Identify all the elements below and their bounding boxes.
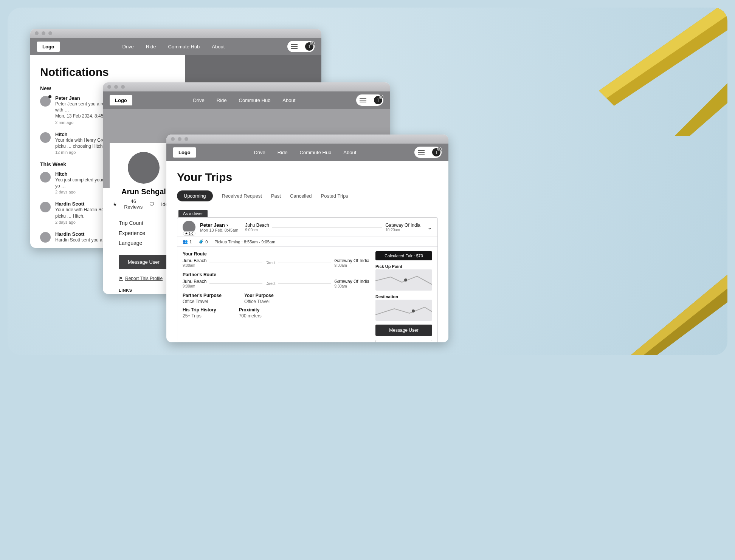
route-to-time: 9:30am xyxy=(334,284,369,288)
from-point: Juhu Beach xyxy=(245,223,269,228)
your-purpose: Office Travel xyxy=(244,299,274,304)
profile-name: Arun Sehgal xyxy=(119,187,169,196)
logo[interactable]: Logo xyxy=(110,95,132,105)
bag-count: 🧳0 xyxy=(198,239,208,244)
traffic-light-icon xyxy=(42,31,45,35)
traffic-light-icon xyxy=(35,31,39,35)
trip-card-driver: ★5.0 Peter Jean› Mon 13 Feb, 8:45am Juhu… xyxy=(177,217,438,342)
nav-link-ride[interactable]: Ride xyxy=(146,44,156,50)
avatar-icon xyxy=(40,172,51,183)
destination-map[interactable] xyxy=(375,300,432,321)
star-icon: ★ xyxy=(113,201,117,207)
message-user-button[interactable]: Message User xyxy=(119,255,169,269)
destination-label: Destination xyxy=(375,294,432,299)
trip-name[interactable]: Peter Jean› xyxy=(200,222,239,228)
to-time: 10:20am xyxy=(385,228,420,232)
message-user-button[interactable]: Message User xyxy=(375,325,432,336)
route-to-time: 9:30am xyxy=(334,263,369,268)
nav-link-drive[interactable]: Drive xyxy=(122,44,133,50)
nav-link-about[interactable]: About xyxy=(343,150,356,155)
account-pill[interactable]: T0 xyxy=(414,147,442,158)
nav-link-commute[interactable]: Commute Hub xyxy=(168,44,200,50)
role-driver-pill: As a driver xyxy=(178,210,208,217)
report-profile-link[interactable]: ⚑ Report This Profile xyxy=(119,276,169,281)
nav-link-drive[interactable]: Drive xyxy=(193,97,204,103)
trip-datetime: Mon 13 Feb, 8:45am xyxy=(200,228,239,232)
avatar-icon xyxy=(40,202,51,212)
partner-route-label: Partner's Route xyxy=(183,272,369,277)
nav-link-about[interactable]: About xyxy=(282,97,295,103)
account-pill[interactable]: T0 xyxy=(356,94,383,106)
nav-link-about[interactable]: About xyxy=(212,44,225,50)
svg-point-0 xyxy=(404,278,407,282)
traffic-light-icon xyxy=(107,85,111,89)
route-from: Juhu Beach xyxy=(183,279,206,284)
avatar-chip: T0 xyxy=(374,96,382,104)
chevron-down-icon[interactable]: ⌄ xyxy=(427,224,432,231)
route-to: Gateway Of India xyxy=(334,258,369,263)
menu-icon xyxy=(291,46,298,47)
shield-icon: 🛡 xyxy=(149,201,154,207)
to-point: Gateway Of India xyxy=(385,223,420,228)
window-titlebar xyxy=(30,29,321,38)
traffic-light-icon xyxy=(48,31,52,35)
tab-cancelled[interactable]: Cancelled xyxy=(290,193,312,199)
proximity: 700 meters xyxy=(239,313,262,319)
decorative-leaf-icon xyxy=(554,8,727,136)
page-title: Notifications xyxy=(40,66,175,79)
route-to: Gateway Of India xyxy=(334,279,369,284)
bag-icon: 🧳 xyxy=(198,239,204,244)
links-label: LINKS xyxy=(119,288,169,292)
profile-avatar xyxy=(128,152,160,184)
avatar-icon xyxy=(40,132,51,143)
menu-icon xyxy=(418,152,425,153)
route-line xyxy=(272,227,382,227)
calculated-fair: Calculated Fair : $70 xyxy=(375,251,432,260)
tab-received[interactable]: Received Request xyxy=(222,193,262,199)
nav-link-commute[interactable]: Commute Hub xyxy=(239,97,271,103)
tab-past[interactable]: Past xyxy=(271,193,281,199)
nav-link-drive[interactable]: Drive xyxy=(254,150,265,155)
fact-trip-count: Trip Count xyxy=(119,218,169,228)
people-count: 👥1 xyxy=(183,239,192,244)
people-icon: 👥 xyxy=(183,239,188,244)
traffic-light-icon xyxy=(185,137,188,141)
avatar-chip: T0 xyxy=(305,42,313,51)
nav-link-commute[interactable]: Commute Hub xyxy=(300,150,332,155)
rating-badge: ★5.0 xyxy=(183,231,195,236)
tab-upcoming[interactable]: Upcoming xyxy=(177,190,213,201)
window-titlebar xyxy=(166,135,448,144)
route-direct: Direct xyxy=(265,282,275,286)
route-from: Juhu Beach xyxy=(183,258,206,263)
nav-links: Drive Ride Commute Hub About xyxy=(193,97,295,103)
cancel-ride-button[interactable]: Cancel Ride↖ xyxy=(375,340,432,342)
pickup-label: Pick Up Point xyxy=(375,264,432,269)
nav-links: Drive Ride Commute Hub About xyxy=(254,150,356,155)
nav-link-ride[interactable]: Ride xyxy=(217,97,227,103)
chevron-right-icon: › xyxy=(226,222,228,228)
route-from-time: 9:00am xyxy=(183,284,206,288)
nav-link-ride[interactable]: Ride xyxy=(278,150,288,155)
tab-posted[interactable]: Posted Trips xyxy=(321,193,348,199)
profile-facts: Trip Count Experience Language xyxy=(119,218,169,248)
partner-purpose-label: Partner's Purpose xyxy=(183,293,222,298)
pickup-map[interactable] xyxy=(375,269,432,291)
decorative-leaf-icon xyxy=(599,249,727,355)
logo[interactable]: Logo xyxy=(37,42,60,52)
avatar-icon xyxy=(40,96,51,107)
partner-purpose: Office Travel xyxy=(183,299,222,304)
trip-history-label: His Trip History xyxy=(183,307,216,312)
traffic-light-icon xyxy=(178,137,181,141)
reviews-count[interactable]: 46 Reviews xyxy=(124,198,143,210)
route-from-time: 9:00am xyxy=(183,263,206,268)
svg-point-1 xyxy=(412,309,415,312)
logo[interactable]: Logo xyxy=(173,147,196,158)
top-nav: Logo Drive Ride Commute Hub About T0 xyxy=(30,38,321,55)
top-nav: Logo Drive Ride Commute Hub About T0 xyxy=(103,91,390,109)
route-direct: Direct xyxy=(265,261,275,265)
account-pill[interactable]: T0 xyxy=(287,41,315,52)
top-nav: Logo Drive Ride Commute Hub About T0 xyxy=(166,144,448,161)
trip-avatar: ★5.0 xyxy=(183,221,195,234)
trip-tabs: Upcoming Received Request Past Cancelled… xyxy=(177,190,438,201)
flag-icon: ⚑ xyxy=(119,276,123,281)
